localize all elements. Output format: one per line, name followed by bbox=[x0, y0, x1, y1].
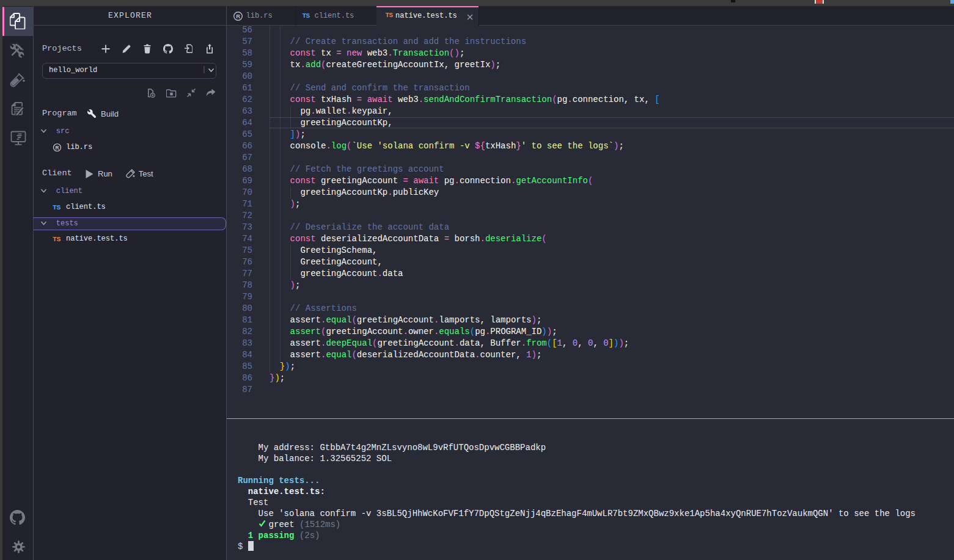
svg-text:R: R bbox=[56, 145, 59, 151]
svg-text:R: R bbox=[236, 13, 240, 19]
